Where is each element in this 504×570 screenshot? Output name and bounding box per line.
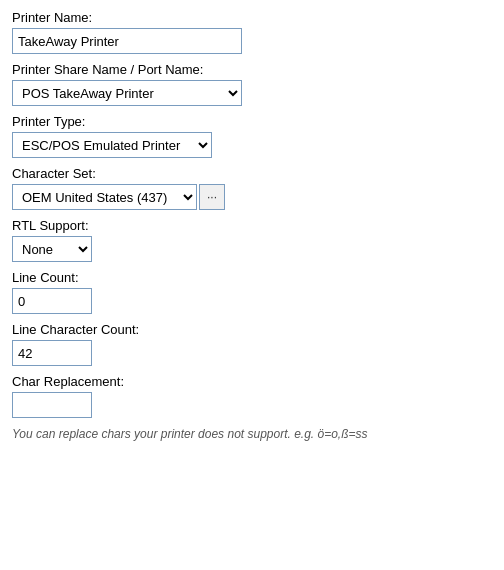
line-count-input[interactable] — [12, 288, 92, 314]
charset-label: Character Set: — [12, 166, 492, 181]
printer-name-group: Printer Name: TakeAway Printer — [12, 10, 492, 54]
charset-dots-button[interactable]: ··· — [199, 184, 225, 210]
rtl-group: RTL Support: None Right Left — [12, 218, 492, 262]
printer-name-input[interactable]: TakeAway Printer — [12, 28, 242, 54]
printer-type-select[interactable]: ESC/POS Emulated Printer — [12, 132, 212, 158]
charset-row: OEM United States (437) ··· — [12, 184, 492, 210]
rtl-label: RTL Support: — [12, 218, 492, 233]
charset-group: Character Set: OEM United States (437) ·… — [12, 166, 492, 210]
printer-share-label: Printer Share Name / Port Name: — [12, 62, 492, 77]
printer-share-select[interactable]: POS TakeAway Printer — [12, 80, 242, 106]
printer-share-group: Printer Share Name / Port Name: POS Take… — [12, 62, 492, 106]
line-char-count-input[interactable] — [12, 340, 92, 366]
char-replacement-label: Char Replacement: — [12, 374, 492, 389]
rtl-select[interactable]: None Right Left — [12, 236, 92, 262]
char-replacement-group: Char Replacement: — [12, 374, 492, 418]
rtl-row: None Right Left — [12, 236, 492, 262]
line-char-count-label: Line Character Count: — [12, 322, 492, 337]
printer-type-label: Printer Type: — [12, 114, 492, 129]
charset-select[interactable]: OEM United States (437) — [12, 184, 197, 210]
line-char-count-group: Line Character Count: — [12, 322, 492, 366]
printer-type-group: Printer Type: ESC/POS Emulated Printer — [12, 114, 492, 158]
printer-name-label: Printer Name: — [12, 10, 492, 25]
line-count-group: Line Count: — [12, 270, 492, 314]
hint-text: You can replace chars your printer does … — [12, 426, 492, 443]
line-count-label: Line Count: — [12, 270, 492, 285]
char-replacement-input[interactable] — [12, 392, 92, 418]
